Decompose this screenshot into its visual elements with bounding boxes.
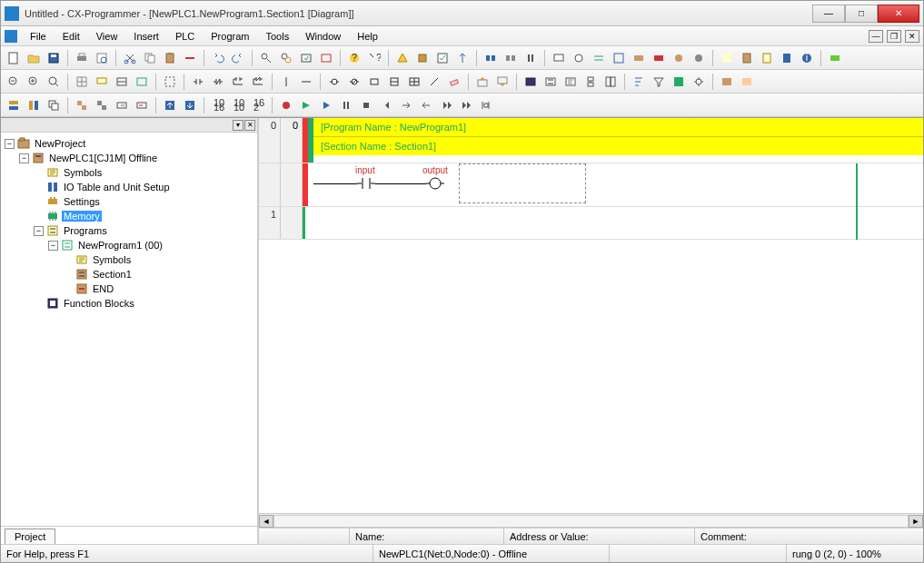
tile-h-button[interactable] xyxy=(5,96,23,114)
show-addresses-button[interactable] xyxy=(113,73,131,91)
offline-button[interactable] xyxy=(502,49,520,67)
scroll-left-button[interactable]: ◄ xyxy=(259,515,273,528)
verify-button[interactable] xyxy=(433,49,452,67)
cut-button[interactable] xyxy=(121,49,139,67)
show-comments-button[interactable] xyxy=(93,73,111,91)
menu-file[interactable]: File xyxy=(23,29,54,44)
maximize-button[interactable]: □ xyxy=(845,5,878,23)
reset-button[interactable] xyxy=(690,49,708,67)
rung-down-button[interactable] xyxy=(493,73,512,91)
expand-icon[interactable]: − xyxy=(34,226,44,236)
undo-button[interactable] xyxy=(209,49,227,67)
transfer-button[interactable] xyxy=(453,49,472,67)
monitor-button[interactable] xyxy=(550,49,568,67)
grid-button[interactable] xyxy=(73,73,91,91)
memory-view-button[interactable] xyxy=(718,49,736,67)
plc-info-button[interactable]: i xyxy=(798,49,816,67)
menu-help[interactable]: Help xyxy=(350,29,385,44)
find-button[interactable] xyxy=(257,49,275,67)
tree-memory[interactable]: Memory xyxy=(3,209,255,223)
coil-button[interactable] xyxy=(325,73,343,91)
print-preview-button[interactable] xyxy=(93,49,111,67)
select-button[interactable] xyxy=(161,73,179,91)
zoom-fit-button[interactable] xyxy=(45,73,63,91)
data-view-button[interactable] xyxy=(718,73,736,91)
break-button[interactable] xyxy=(277,96,295,114)
line-button[interactable] xyxy=(425,73,443,91)
simulation-button[interactable] xyxy=(826,49,844,67)
tree-newprogram[interactable]: − NewProgram1 (00) xyxy=(3,238,255,252)
help-button[interactable]: ? xyxy=(345,49,363,67)
step-out-button[interactable] xyxy=(417,96,435,114)
tab-project[interactable]: Project xyxy=(5,528,55,544)
project-tree[interactable]: − NewProject − NewPLC1[CJ1M] Offline Sym… xyxy=(1,133,257,526)
close-window-button[interactable] xyxy=(93,96,111,114)
options-button[interactable] xyxy=(690,73,708,91)
step-over-button[interactable] xyxy=(397,96,415,114)
copy-button[interactable] xyxy=(141,49,159,67)
bin-button[interactable]: 162 xyxy=(249,96,267,114)
horizontal-button[interactable] xyxy=(297,73,315,91)
scroll-track[interactable] xyxy=(273,515,909,528)
tree-prog-symbols[interactable]: Symbols xyxy=(3,252,255,267)
online-button[interactable] xyxy=(482,49,500,67)
tree-programs[interactable]: − Programs xyxy=(3,223,255,238)
save-button[interactable] xyxy=(45,49,63,67)
reset-debug-button[interactable] xyxy=(477,96,495,114)
menu-edit[interactable]: Edit xyxy=(55,29,87,44)
check-program-button[interactable] xyxy=(670,73,688,91)
delete-button[interactable] xyxy=(181,49,199,67)
view-mixed-button[interactable] xyxy=(601,73,620,91)
rung-0[interactable]: 0 0 [Program Name : NewProgram1] [Sectio… xyxy=(259,118,923,163)
contact-or-button[interactable] xyxy=(229,73,247,91)
replace-button[interactable] xyxy=(277,49,295,67)
compile-button[interactable] xyxy=(413,49,432,67)
stop-button[interactable] xyxy=(357,96,375,114)
new-button[interactable] xyxy=(5,49,23,67)
struct-view-button[interactable] xyxy=(738,73,756,91)
function-button[interactable] xyxy=(385,73,403,91)
next-window-button[interactable] xyxy=(113,96,131,114)
set-button[interactable] xyxy=(670,49,688,67)
pause-button[interactable] xyxy=(522,49,540,67)
rung-1[interactable]: 1 xyxy=(259,207,923,240)
hex-button[interactable]: 1016 xyxy=(209,96,227,114)
address-ref-button[interactable] xyxy=(610,49,628,67)
step-in-button[interactable] xyxy=(377,96,395,114)
warning-button[interactable] xyxy=(393,49,412,67)
horizontal-scrollbar[interactable]: ◄ ► xyxy=(259,513,923,528)
rung-area[interactable]: 0 0 [Program Name : NewProgram1] [Sectio… xyxy=(259,118,923,513)
menu-insert[interactable]: Insert xyxy=(126,29,166,44)
scroll-down-button[interactable] xyxy=(181,96,199,114)
continue-button[interactable] xyxy=(437,96,455,114)
scroll-up-button[interactable] xyxy=(161,96,179,114)
plc-clock-button[interactable] xyxy=(758,49,776,67)
plc-status-button[interactable] xyxy=(738,49,756,67)
menu-view[interactable]: View xyxy=(89,29,125,44)
sort-button[interactable] xyxy=(630,73,648,91)
filter-button[interactable] xyxy=(650,73,668,91)
mdi-minimize-button[interactable]: — xyxy=(869,30,883,43)
tree-settings[interactable]: Settings xyxy=(3,194,255,209)
vertical-button[interactable] xyxy=(277,73,295,91)
menu-tools[interactable]: Tools xyxy=(258,29,296,44)
mdi-restore-button[interactable]: ❐ xyxy=(887,30,901,43)
tree-end[interactable]: END xyxy=(3,282,255,296)
expand-icon[interactable]: − xyxy=(48,241,58,251)
menu-plc[interactable]: PLC xyxy=(168,29,202,44)
fast-forward-button[interactable] xyxy=(457,96,475,114)
erase-button[interactable] xyxy=(445,73,463,91)
minimize-button[interactable]: — xyxy=(812,5,845,23)
step-button[interactable] xyxy=(297,96,315,114)
redo-button[interactable] xyxy=(229,49,247,67)
show-names-button[interactable] xyxy=(133,73,151,91)
paste-button[interactable] xyxy=(161,49,179,67)
new-window-button[interactable] xyxy=(73,96,91,114)
mdi-close-button[interactable]: ✕ xyxy=(905,30,919,43)
rung-body-empty[interactable] xyxy=(305,207,923,239)
contact-ornc-button[interactable] xyxy=(249,73,267,91)
tree-iotable[interactable]: IO Table and Unit Setup xyxy=(3,180,255,194)
prev-window-button[interactable] xyxy=(133,96,151,114)
close-button[interactable]: ✕ xyxy=(878,5,919,23)
tree-plc[interactable]: − NewPLC1[CJ1M] Offline xyxy=(3,151,255,165)
